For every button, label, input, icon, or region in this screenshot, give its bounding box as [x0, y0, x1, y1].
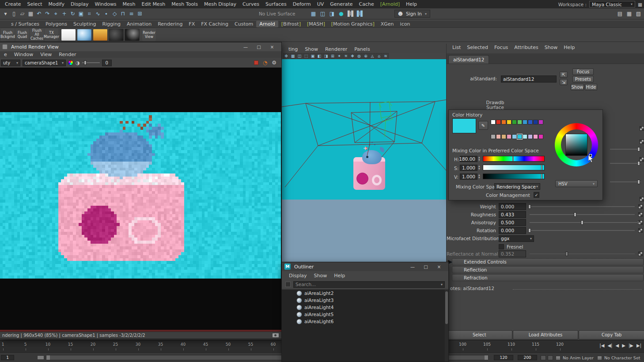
ae-menu-item[interactable]: Focus — [491, 45, 511, 50]
shelf-tab[interactable]: Polygons — [42, 21, 70, 27]
inputs-icon[interactable]: ⊞ — [136, 10, 144, 18]
outliner-item[interactable]: aiAreaLight6 — [282, 318, 445, 325]
go-to-start-button[interactable]: |◀ — [599, 343, 604, 348]
microfacet-dropdown[interactable]: ggx▾ — [499, 235, 534, 242]
rendered-image[interactable] — [0, 112, 281, 279]
viewport-renderer-icon[interactable]: ● — [337, 10, 345, 18]
menu-item[interactable]: Help — [403, 0, 420, 8]
tab-aistandard12[interactable]: aiStandard12 — [448, 55, 489, 64]
map-button[interactable] — [640, 197, 644, 201]
shelf-tab[interactable]: Sculpting — [70, 21, 99, 27]
workspace-manager-icon[interactable]: ▦ — [638, 2, 642, 7]
attribute-value-field[interactable]: 0.000 — [499, 203, 526, 210]
color-management-checkbox[interactable]: ✓ — [534, 192, 539, 198]
snapshots-icon[interactable]: ◔ — [263, 60, 267, 66]
map-button[interactable] — [638, 228, 643, 233]
shelf-thumb-orange[interactable] — [93, 29, 108, 41]
go-to-end-button[interactable]: ▶| — [636, 343, 641, 348]
sat-slider[interactable] — [483, 165, 545, 170]
eyedropper-icon[interactable]: ✎ — [478, 121, 488, 130]
section-header[interactable]: Extended Controls — [452, 258, 644, 265]
close-button[interactable]: × — [265, 42, 279, 51]
shelf-tab[interactable]: icon — [397, 21, 413, 27]
flush-all-caches-button[interactable]: Flush All Caches — [30, 29, 44, 41]
default-light-icon[interactable]: ☀ — [343, 53, 349, 59]
map-button[interactable] — [640, 140, 644, 144]
move-tool-icon[interactable]: + — [60, 10, 68, 18]
val-stepper[interactable]: ▲▼ — [478, 173, 480, 179]
motion-blur-icon[interactable]: ✦ — [336, 53, 342, 59]
shelf-tab[interactable]: [Motion Graphics] — [328, 21, 378, 27]
anim-layer-selector[interactable]: No Anim Layer — [556, 355, 594, 360]
menu-item[interactable]: Windows — [92, 0, 120, 8]
saturation-value-square[interactable] — [565, 134, 587, 156]
menu-item[interactable]: Deform — [290, 0, 314, 8]
color-swatch[interactable] — [496, 120, 501, 124]
color-swatch[interactable] — [528, 120, 533, 124]
end-frame-field[interactable]: 120 — [494, 355, 513, 360]
shelf-tab[interactable]: XGen — [378, 21, 397, 27]
hidden-slider[interactable] — [610, 163, 641, 164]
ipr-render-icon[interactable]: ▐I▌ — [356, 10, 364, 18]
val-value-field[interactable]: 1.000 — [460, 173, 477, 180]
shelf-thumb-sphere[interactable] — [125, 29, 140, 41]
mixing-color-space-dropdown[interactable]: Rendering Space▾ — [494, 183, 540, 190]
val-slider[interactable] — [483, 173, 545, 179]
shelf-tab[interactable]: [Bifrost] — [278, 21, 304, 27]
workspace-grid-icon-2[interactable]: ▦ — [625, 10, 633, 18]
attribute-value-field[interactable]: 0.000 — [499, 227, 526, 234]
filter-icon[interactable] — [285, 282, 291, 287]
ae-menu-item[interactable]: Show — [542, 45, 561, 50]
arv-titlebar[interactable]: Arnold Render View — □ × — [0, 42, 281, 51]
camera-settings-icon[interactable]: ⌂ — [376, 53, 382, 59]
map-button[interactable] — [638, 220, 643, 225]
shelf-tab[interactable]: s / Surfaces — [8, 21, 42, 27]
shelf-tab[interactable]: Animation — [124, 21, 155, 27]
hide-button[interactable]: Hide — [585, 84, 597, 90]
menu-item[interactable]: Select — [24, 0, 45, 8]
anim-end-frame-field[interactable]: 200 — [518, 355, 537, 360]
minimize-button[interactable]: — — [406, 262, 419, 271]
arv-menu-item[interactable]: e — [0, 52, 11, 57]
magnet-icon[interactable]: ⊓ — [119, 10, 127, 18]
outliner-item[interactable]: aiAreaLight3 — [282, 297, 445, 304]
shelf-tab[interactable]: Rendering — [155, 21, 186, 27]
menu-item[interactable]: Generate — [327, 0, 356, 8]
ae-menu-item[interactable]: Selected — [464, 45, 491, 50]
menu-item[interactable]: Modify — [45, 0, 68, 8]
menu-item[interactable]: Mesh Tools — [168, 0, 201, 8]
ae-menu-item[interactable]: Help — [561, 45, 578, 50]
color-swatch[interactable] — [501, 120, 506, 124]
exposure-value-field[interactable]: 0 — [102, 60, 112, 66]
ae-menu-item[interactable]: List — [449, 45, 464, 50]
select-tool-icon[interactable]: ⌖ — [52, 10, 60, 18]
minimize-button[interactable]: — — [239, 42, 252, 51]
color-swatch[interactable] — [491, 120, 496, 124]
history-icon[interactable]: ≡ — [127, 10, 136, 18]
color-swatch[interactable] — [507, 134, 511, 139]
color-swatch[interactable] — [523, 120, 527, 124]
current-frame-marker[interactable] — [37, 355, 44, 360]
menu-item[interactable]: Curves — [239, 0, 262, 8]
pin-down-icon[interactable]: ⇲ — [560, 79, 568, 85]
menu-item[interactable]: Mesh — [120, 0, 139, 8]
workspace-grid-icon-3[interactable]: ▧ — [634, 10, 643, 18]
shelf-tab[interactable]: Arnold — [256, 21, 278, 27]
color-swatch[interactable] — [517, 134, 522, 139]
viewport-menu-item[interactable]: Panels — [351, 46, 373, 52]
arv-menu-item[interactable]: View — [37, 52, 55, 57]
focus-button[interactable]: Focus — [572, 68, 594, 75]
fresnel-checkbox[interactable] — [499, 244, 504, 249]
section-header[interactable]: Reflection — [452, 266, 644, 273]
undo-icon[interactable]: ↶ — [35, 10, 43, 18]
footer-button[interactable]: Select — [447, 330, 512, 339]
node-name-field[interactable]: aiStandard12 — [501, 75, 557, 83]
shelf-tab[interactable]: Custom — [231, 21, 256, 27]
ae-menu-item[interactable]: Attributes — [511, 45, 541, 50]
footer-button[interactable]: Load Attributes — [513, 330, 579, 339]
wireframe-icon[interactable]: ◫ — [296, 53, 303, 59]
character-set-selector[interactable]: No Character Set — [597, 355, 640, 360]
outliner-titlebar[interactable]: M Outliner — □ × — [282, 262, 448, 271]
exposure-icon[interactable]: ≋ — [383, 53, 389, 59]
arv-menu-item[interactable]: Render — [55, 52, 80, 57]
